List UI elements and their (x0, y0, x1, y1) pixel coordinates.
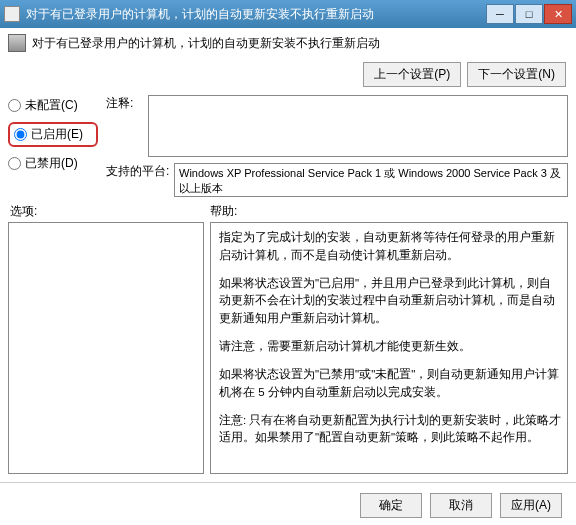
window-title: 对于有已登录用户的计算机，计划的自动更新安装不执行重新启动 (26, 6, 486, 23)
radio-disabled-label: 已禁用(D) (25, 155, 78, 172)
subtitle-text: 对于有已登录用户的计算机，计划的自动更新安装不执行重新启动 (32, 35, 380, 52)
radio-enabled-input[interactable] (14, 128, 27, 141)
platform-label: 支持的平台: (106, 163, 174, 180)
apply-button[interactable]: 应用(A) (500, 493, 562, 518)
help-paragraph: 如果将状态设置为"已启用"，并且用户已登录到此计算机，则自动更新不会在计划的安装… (219, 275, 563, 328)
minimize-button[interactable]: ─ (486, 4, 514, 24)
titlebar: 对于有已登录用户的计算机，计划的自动更新安装不执行重新启动 ─ □ ✕ (0, 0, 576, 28)
radio-enabled[interactable]: 已启用(E) (8, 122, 98, 147)
subtitle-row: 对于有已登录用户的计算机，计划的自动更新安装不执行重新启动 (0, 28, 576, 58)
window-icon (4, 6, 20, 22)
help-label: 帮助: (210, 203, 237, 220)
next-setting-button[interactable]: 下一个设置(N) (467, 62, 566, 87)
radio-enabled-label: 已启用(E) (31, 126, 83, 143)
ok-button[interactable]: 确定 (360, 493, 422, 518)
policy-icon (8, 34, 26, 52)
help-paragraph: 指定为了完成计划的安装，自动更新将等待任何登录的用户重新启动计算机，而不是自动使… (219, 229, 563, 265)
help-paragraph: 注意: 只有在将自动更新配置为执行计划的更新安装时，此策略才适用。如果禁用了"配… (219, 412, 563, 448)
help-paragraph: 如果将状态设置为"已禁用"或"未配置"，则自动更新通知用户计算机将在 5 分钟内… (219, 366, 563, 402)
radio-not-configured-label: 未配置(C) (25, 97, 78, 114)
options-label: 选项: (10, 203, 210, 220)
radio-disabled[interactable]: 已禁用(D) (8, 153, 98, 174)
cancel-button[interactable]: 取消 (430, 493, 492, 518)
options-panel (8, 222, 204, 474)
radio-not-configured-input[interactable] (8, 99, 21, 112)
radio-disabled-input[interactable] (8, 157, 21, 170)
help-paragraph: 请注意，需要重新启动计算机才能使更新生效。 (219, 338, 563, 356)
prev-setting-button[interactable]: 上一个设置(P) (363, 62, 461, 87)
help-panel: 指定为了完成计划的安装，自动更新将等待任何登录的用户重新启动计算机，而不是自动使… (210, 222, 568, 474)
close-button[interactable]: ✕ (544, 4, 572, 24)
notes-textarea[interactable] (148, 95, 568, 157)
dialog-footer: 确定 取消 应用(A) (0, 482, 576, 525)
radio-group: 未配置(C) 已启用(E) 已禁用(D) (8, 95, 98, 197)
radio-not-configured[interactable]: 未配置(C) (8, 95, 98, 116)
maximize-button[interactable]: □ (515, 4, 543, 24)
notes-label: 注释: (106, 95, 148, 157)
platform-box: Windows XP Professional Service Pack 1 或… (174, 163, 568, 197)
